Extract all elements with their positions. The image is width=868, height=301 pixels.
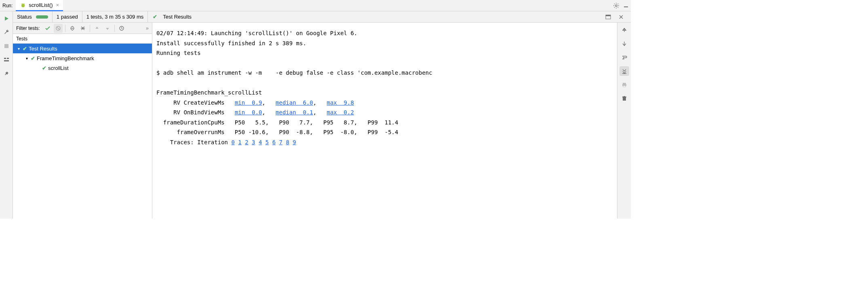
console-toolbar <box>617 23 631 219</box>
trace-link-0[interactable]: 0 <box>231 139 234 145</box>
svg-rect-11 <box>606 15 611 16</box>
check-icon: ✔ <box>42 65 46 71</box>
next-test-button[interactable] <box>103 24 112 33</box>
filter-toolbar: Filter tests: <box>13 23 152 34</box>
scroll-to-end-button[interactable] <box>619 66 629 76</box>
show-ignored-button[interactable] <box>54 24 63 33</box>
test-tree-panel: Filter tests: <box>13 23 152 219</box>
prev-test-button[interactable] <box>93 24 101 33</box>
rv-create-med-link[interactable]: median 6.0 <box>276 99 313 106</box>
status-label: Status <box>17 14 32 20</box>
passed-count: 1 passed <box>57 14 78 20</box>
close-panel-button[interactable] <box>616 12 626 22</box>
run-button[interactable] <box>2 14 11 23</box>
scroll-up-button[interactable] <box>619 25 629 35</box>
tree-method-label: scrollList <box>48 65 69 71</box>
trace-link-8[interactable]: 8 <box>286 139 289 145</box>
status-title: Test Results <box>163 14 192 20</box>
rv-bind-max-link[interactable]: max 0.2 <box>327 109 354 116</box>
tree-class-label: FrameTimingBenchmark <box>37 55 94 61</box>
history-button[interactable] <box>117 24 126 33</box>
svg-rect-9 <box>4 60 9 61</box>
filter-label: Filter tests: <box>16 25 40 31</box>
svg-rect-5 <box>624 6 628 7</box>
tree-root-label: Test Results <box>29 46 57 52</box>
svg-point-4 <box>615 4 617 6</box>
tab-label: scrollList() <box>29 2 53 8</box>
check-icon: ✔ <box>153 14 157 20</box>
run-tab[interactable]: scrollList() × <box>16 0 63 11</box>
test-tree[interactable]: ▾ ✔ Test Results ▾ ✔ FrameTimingBenchmar… <box>13 44 152 219</box>
collapse-all-button[interactable] <box>78 24 87 33</box>
svg-rect-16 <box>623 86 626 87</box>
soft-wrap-button[interactable] <box>619 53 629 62</box>
tab-bar: Run: scrollList() × <box>0 0 631 11</box>
tests-column-header: Tests <box>13 34 152 44</box>
svg-rect-6 <box>4 44 8 48</box>
close-icon[interactable]: × <box>56 2 59 8</box>
console-output[interactable]: 02/07 12:14:49: Launching 'scrollList()'… <box>152 23 617 219</box>
layout-icon[interactable] <box>2 55 11 65</box>
trace-link-1[interactable]: 1 <box>238 139 241 145</box>
rv-create-max-link[interactable]: max 9.8 <box>327 99 354 106</box>
trace-link-9[interactable]: 9 <box>293 139 296 145</box>
overflow-button[interactable]: » <box>146 25 149 31</box>
stop-button[interactable] <box>2 41 11 51</box>
tree-root-row[interactable]: ▾ ✔ Test Results <box>13 44 152 53</box>
expand-all-button[interactable] <box>68 24 77 33</box>
tree-class-row[interactable]: ▾ ✔ FrameTimingBenchmark <box>13 53 152 63</box>
trace-link-7[interactable]: 7 <box>279 139 282 145</box>
svg-rect-8 <box>7 58 9 59</box>
svg-rect-7 <box>4 58 6 59</box>
trash-button[interactable] <box>619 94 629 103</box>
minimize-button[interactable] <box>621 1 631 11</box>
rv-bind-min-link[interactable]: min 0.0 <box>235 109 262 116</box>
scroll-down-button[interactable] <box>619 39 629 48</box>
pin-icon[interactable] <box>2 69 11 78</box>
tree-method-row[interactable]: ✔ scrollList <box>13 63 152 73</box>
run-label: Run: <box>2 3 13 8</box>
rv-create-min-link[interactable]: min 0.9 <box>235 99 262 106</box>
settings-button[interactable] <box>611 1 621 11</box>
svg-rect-17 <box>623 97 626 101</box>
svg-point-3 <box>23 3 24 4</box>
svg-rect-18 <box>622 97 626 97</box>
trace-link-2[interactable]: 2 <box>245 139 248 145</box>
show-passed-button[interactable] <box>43 24 52 33</box>
left-toolbar <box>0 11 13 219</box>
trace-link-4[interactable]: 4 <box>259 139 262 145</box>
trace-link-5[interactable]: 5 <box>265 139 269 145</box>
trace-link-6[interactable]: 6 <box>272 139 276 145</box>
test-summary: 1 tests, 3 m 35 s 309 ms <box>86 14 144 20</box>
check-icon: ✔ <box>23 46 27 52</box>
trace-link-3[interactable]: 3 <box>252 139 255 145</box>
print-button[interactable] <box>619 80 629 90</box>
status-progress <box>36 15 48 19</box>
svg-rect-1 <box>21 4 25 4</box>
status-bar: Status 1 passed 1 tests, 3 m 35 s 309 ms… <box>13 11 631 23</box>
rv-bind-med-link[interactable]: median 0.1 <box>276 109 313 116</box>
chevron-down-icon: ▾ <box>16 46 21 51</box>
chevron-down-icon: ▾ <box>24 56 29 61</box>
check-icon: ✔ <box>31 55 35 61</box>
svg-rect-14 <box>623 83 626 84</box>
wrench-icon[interactable] <box>2 27 11 37</box>
svg-rect-19 <box>624 96 625 97</box>
svg-point-2 <box>22 3 23 4</box>
toggle-layout-button[interactable] <box>603 12 613 22</box>
android-icon <box>20 2 26 8</box>
svg-point-0 <box>21 4 25 7</box>
